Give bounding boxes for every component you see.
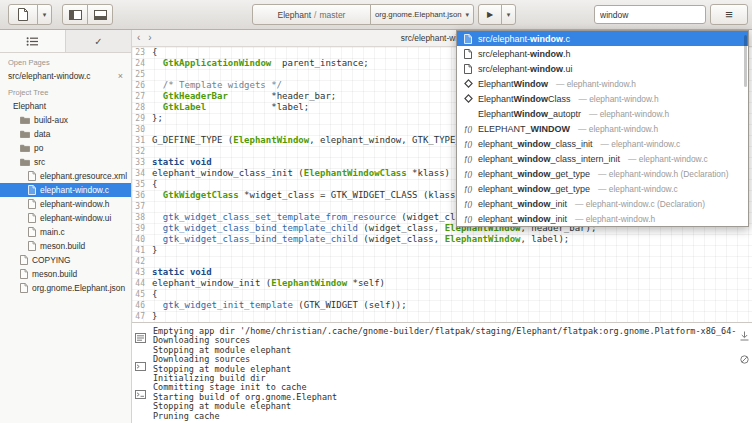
result-name: elephant_window_get_type (478, 184, 590, 194)
search-results: src/elephant-window.csrc/elephant-window… (457, 31, 748, 226)
search-result[interactable]: src/elephant-window.ui (457, 61, 748, 76)
search-result[interactable]: ƒ()ELEPHANT_WINDOW— elephant-window.h (457, 121, 748, 136)
search-result[interactable]: ƒ()elephant_window_class_init— elephant-… (457, 136, 748, 151)
result-name-part: .c (563, 34, 570, 44)
line-number: 36 (132, 190, 145, 201)
search-result[interactable]: ƒ()elephant_window_get_type— elephant-wi… (457, 166, 748, 181)
result-name-part: _init (551, 214, 568, 224)
panel-tab-runtime-terminal[interactable] (135, 390, 146, 399)
branch-name: master (319, 10, 345, 20)
search-result[interactable]: ElephantWindow_autoptr— elephant-window.… (457, 106, 748, 121)
code-token: gtk_widget_init_template (163, 300, 293, 310)
line-number: 40 (132, 234, 145, 245)
tree-item[interactable]: build-aux (0, 113, 131, 127)
open-document-button[interactable] (8, 4, 38, 25)
code-line: } (152, 311, 752, 322)
result-name-part: src/elephant- (478, 34, 530, 44)
tree-item[interactable]: org.gnome.Elephant.json (0, 281, 131, 295)
folder-icon (20, 116, 30, 124)
result-name-part: .h (563, 49, 571, 59)
search-result[interactable]: src/elephant-window.h (457, 46, 748, 61)
search-result[interactable]: ElephantWindowClass— elephant-window.h (457, 91, 748, 106)
file-icon (464, 49, 472, 59)
clear-log-button[interactable] (740, 355, 749, 364)
result-name: elephant_window_class_intern_init (478, 154, 620, 164)
close-icon[interactable]: × (118, 72, 123, 81)
file-icon (28, 213, 36, 223)
tree-item[interactable]: elephant-window.c (0, 183, 131, 197)
nav-arrows: ‹ › (137, 33, 152, 43)
tree-item-label: build-aux (34, 115, 68, 125)
search-result[interactable]: ElephantWindow— elephant-window.h (457, 76, 748, 91)
tree-item-label: meson.build (32, 269, 77, 279)
run-options-dropdown-button[interactable]: ▾ (501, 4, 516, 25)
tree-item[interactable]: meson.build (0, 267, 131, 281)
sidebar-tab-build-checks[interactable]: ✓ (66, 30, 131, 52)
line-number: 32 (132, 146, 145, 157)
tree-item[interactable]: meson.build (0, 239, 131, 253)
result-name-part: Window (514, 79, 548, 89)
open-page-item[interactable]: src/elephant-window.c × (0, 69, 131, 83)
line-numbers: 2324252627282930313233343536373839404142… (132, 47, 148, 322)
search-result[interactable]: ƒ()elephant_window_class_intern_init— el… (457, 151, 748, 166)
result-name: elephant_window_class_init (478, 139, 593, 149)
result-name: src/elephant-window.ui (478, 64, 573, 74)
popup-scrollbar[interactable] (744, 35, 747, 87)
folder-icon (20, 130, 30, 138)
bottom-panel-tabs (132, 323, 149, 423)
line-number: 35 (132, 179, 145, 190)
file-icon (28, 199, 36, 209)
toggle-bottom-panel-button[interactable] (87, 4, 113, 25)
code-token (152, 91, 163, 101)
result-detail: — elephant-window.c (628, 154, 708, 164)
result-icon-slot (463, 64, 473, 74)
result-icon-slot: ƒ() (463, 215, 473, 222)
omnibar-project-button[interactable]: Elephant / master (252, 4, 371, 25)
tree-item[interactable]: data (0, 127, 131, 141)
code-token: } (152, 245, 157, 255)
tree-item[interactable]: COPYING (0, 253, 131, 267)
search-result[interactable]: ƒ()elephant_window_get_type— elephant-wi… (457, 181, 748, 196)
toggle-left-panel-button[interactable] (62, 4, 88, 25)
sidebar-tab-project[interactable] (0, 30, 66, 52)
run-button[interactable]: ▶ (478, 4, 502, 25)
result-name: ElephantWindowClass (478, 94, 570, 104)
forward-icon[interactable]: › (148, 33, 151, 43)
search-result[interactable]: src/elephant-window.c (457, 31, 748, 46)
tree-item[interactable]: elephant-window.h (0, 197, 131, 211)
panel-tab-terminal[interactable] (135, 362, 146, 371)
result-name-part: _init (551, 199, 568, 209)
line-number: 33 (132, 157, 145, 168)
search-result[interactable]: ƒ()elephant_window_init— elephant-window… (457, 196, 748, 211)
search-input[interactable] (594, 5, 706, 24)
tree-item-label: org.gnome.Elephant.json (32, 283, 125, 293)
open-recent-dropdown-button[interactable]: ▾ (37, 4, 52, 25)
result-name: src/elephant-window.h (478, 49, 571, 59)
line-number: 38 (132, 212, 145, 223)
scroll-to-end-button[interactable] (740, 331, 749, 341)
tree-item-label: data (34, 129, 50, 139)
back-icon[interactable]: ‹ (137, 33, 140, 43)
run-button-group: ▶ ▾ (478, 4, 516, 25)
tree-item[interactable]: elephant.gresource.xml (0, 169, 131, 183)
function-icon: ƒ() (464, 200, 473, 207)
result-name-part: _class_intern_init (551, 154, 621, 164)
build-config-button[interactable]: org.gnome.Elephant.json ▾ (370, 4, 474, 25)
code-token: GtkHeaderBar (163, 91, 228, 101)
search-result[interactable]: ƒ()elephant_window_init— elephant-window… (457, 211, 748, 226)
tree-item[interactable]: po (0, 141, 131, 155)
tree-item[interactable]: elephant-window.ui (0, 211, 131, 225)
menu-button[interactable]: ≡ (710, 4, 748, 25)
code-token: *widget_class = GTK_WIDGET_CLASS (klass)… (239, 190, 467, 200)
tree-item[interactable]: Elephant (0, 99, 131, 113)
tree-item[interactable]: src (0, 155, 131, 169)
panel-tab-build-output[interactable] (135, 333, 146, 343)
result-detail: — elephant-window.h (575, 214, 655, 224)
code-token (152, 212, 163, 222)
line-number: 29 (132, 113, 145, 124)
result-name: elephant_window_init (478, 199, 567, 209)
result-name: ELEPHANT_WINDOW (478, 124, 570, 134)
code-token: gtk_widget_class_bind_template_child (163, 234, 358, 244)
open-button-group: ▾ (8, 4, 52, 25)
tree-item[interactable]: main.c (0, 225, 131, 239)
